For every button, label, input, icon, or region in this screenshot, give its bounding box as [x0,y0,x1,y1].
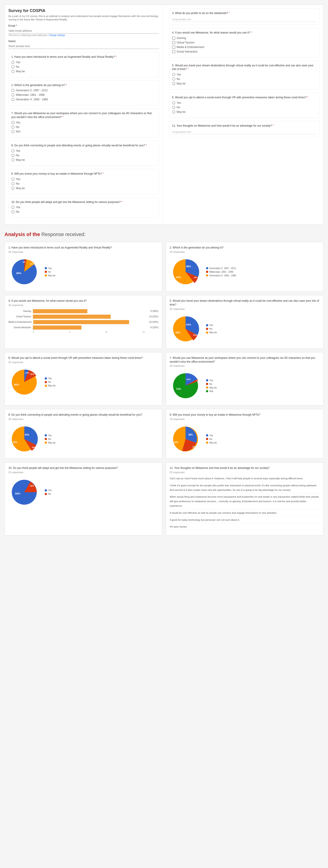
charts-row-2: 4. If you would use Metaverse, for what … [4,295,324,349]
q4-option-media[interactable]: Media & Entertainment [172,45,317,49]
q10-pie-chart: 84% 16% [8,476,40,508]
q8-legend-no: No [45,438,56,440]
q9-option-no[interactable]: No [11,182,156,185]
radio-no[interactable] [11,65,15,68]
q9-legend-yes: Yes [206,434,217,437]
q8-option-yes[interactable]: Yes [11,149,156,152]
chart-q8-title: 8. Do you think connecting to people and… [8,413,158,417]
question-2-title: 2. Which is the generation do you belong… [11,83,156,87]
q4-option-social[interactable]: Social Interaction [172,50,317,53]
q1-option-no[interactable]: No [11,65,156,68]
bar-social: Social Interaction 8 (32%) [8,326,158,330]
chart-q4-title: 4. If you would use Metaverse, for what … [8,299,158,303]
charts-row-3: 6. Would you opt to attend a social even… [4,352,324,406]
chart-q7-title: 7. Would you use Metaverse as your works… [170,356,320,364]
survey-description: As a part of my UX course, this is an at… [8,14,159,22]
chart-q9-responses: 25 responses [170,418,320,421]
svg-text:84%: 84% [16,272,21,275]
q7-legend-na: N/A [206,390,217,393]
page-wrapper: Survey for COSPIA As a part of my UX cou… [0,0,328,544]
q2-legend-genz: Generation Z: 1997 - 2012 [206,267,236,270]
q5-pie-chart: 44% 12% 44% [170,313,201,345]
chart-q5: 5. Would you travel your dream destinati… [166,295,324,349]
q7-legend-maybe: May be [206,386,217,389]
q7-option-no[interactable]: No [11,125,156,129]
svg-text:44%: 44% [175,331,180,334]
svg-text:38%: 38% [188,434,193,436]
q11-placeholder[interactable]: Long-answer text [172,130,317,134]
chart-q2-title: 2. Which is the generation do you belong… [170,246,320,250]
chart-q9: 9. Will you invest your money to buy an … [166,409,324,459]
q6-legend-maybe: May be [45,384,56,387]
q10-legend-yes: Yes [45,489,52,492]
q5-legend: Yes No May be [206,324,217,334]
chart-q4-responses: 25 responses [8,304,158,307]
question-7: 7. Would you use Metaverse as your works… [8,108,159,137]
q4-option-gaming[interactable]: Gaming [172,36,317,40]
q11-response-3: When actual thing and metaverse become m… [170,495,320,509]
q2-option-millenials[interactable]: Millennials: 1981 - 1996 [11,93,156,96]
q3-placeholder[interactable]: Long-answer text [172,17,317,22]
svg-text:8%: 8% [196,380,199,382]
q6-option-maybe[interactable]: May be [172,110,317,114]
chart-q10-container: 84% 16% Yes No [8,476,158,508]
q1-legend-yes: Yes [45,267,56,270]
bar-social-label: Social Interaction [8,326,31,329]
q1-legend-maybe: May be [45,274,56,277]
charts-row-1: 1. Have you been introduced to terms suc… [4,242,324,291]
chart-q11: 11. Your thoughts on Metaverse and how w… [166,462,324,535]
chart-q1-responses: 25 responses [8,250,158,253]
question-8-title: 8. Do you think connecting to people and… [11,144,156,148]
q7-option-na[interactable]: N/A [11,130,156,133]
q7-pie-chart: 20% 8% 72% [170,370,201,402]
q6-legend-yes: Yes [45,377,56,380]
q5-legend-yes: Yes [206,324,217,327]
q10-option-yes[interactable]: Yes [11,206,156,209]
chart-q7-container: 20% 8% 72% Yes No May be N/A [170,370,320,402]
radio-yes[interactable] [11,61,15,64]
chart-q7-responses: 25 responses [170,365,320,367]
chart-q11-title: 11. Your thoughts on Metaverse and how w… [170,466,320,470]
q8-option-maybe[interactable]: May be [11,158,156,161]
q1-pie-chart: 84% 4% 12% [8,256,40,288]
q1-option-maybe[interactable]: May be [11,70,156,73]
radio-maybe[interactable] [11,70,15,73]
q5-option-no[interactable]: No [172,78,317,81]
email-input[interactable] [8,28,159,33]
name-input[interactable] [8,44,159,49]
svg-text:44%: 44% [186,323,191,326]
name-field-group: Name [8,40,159,49]
bar-tourism-label: Virtual Tourism [8,315,31,318]
chart-q1: 1. Have you been introduced to terms suc… [4,242,162,291]
q2-option-genz[interactable]: Generation Z: 1997 - 2012 [11,89,156,92]
q9-legend: Yes No May be [206,434,217,444]
q8-option-no[interactable]: No [11,154,156,157]
name-label: Name [8,40,159,43]
svg-text:20%: 20% [32,446,36,448]
chart-q9-container: 38% 32% 32% Yes No May be [170,423,320,455]
svg-text:72%: 72% [176,388,181,390]
q6-legend: Yes No May be [45,377,56,387]
q6-option-yes[interactable]: Yes [172,101,317,104]
bar-media-value: 16 (64%) [149,321,158,323]
question-9-title: 9. Will you invest your money to buy an … [11,172,156,176]
q9-option-maybe[interactable]: May be [11,187,156,190]
q5-option-yes[interactable]: Yes [172,73,317,76]
q9-option-yes[interactable]: Yes [11,178,156,181]
q9-pie-chart: 38% 32% 32% [170,423,201,455]
svg-text:44%: 44% [176,276,181,279]
q5-option-maybe[interactable]: May be [172,82,317,85]
bar-social-value: 8 (32%) [151,326,158,329]
q1-option-yes[interactable]: Yes [11,61,156,64]
email-label: Email * [8,24,159,27]
q6-option-no[interactable]: No [172,106,317,109]
q5-legend-maybe: May be [206,331,217,334]
q4-option-tourism[interactable]: Virtual Tourism [172,41,317,44]
question-6-title: 6. Would you opt to attend a social even… [172,96,317,99]
bar-gaming: Gaming 9 (36%) [8,309,158,313]
q2-option-genx[interactable]: Generation X: 1965 - 1980 [11,98,156,101]
change-settings-link[interactable]: Change settings [49,34,65,36]
q10-option-no[interactable]: No [11,210,156,213]
chart-q1-container: 84% 4% 12% Yes No May be [8,256,158,288]
q7-option-yes[interactable]: Yes [11,121,156,124]
